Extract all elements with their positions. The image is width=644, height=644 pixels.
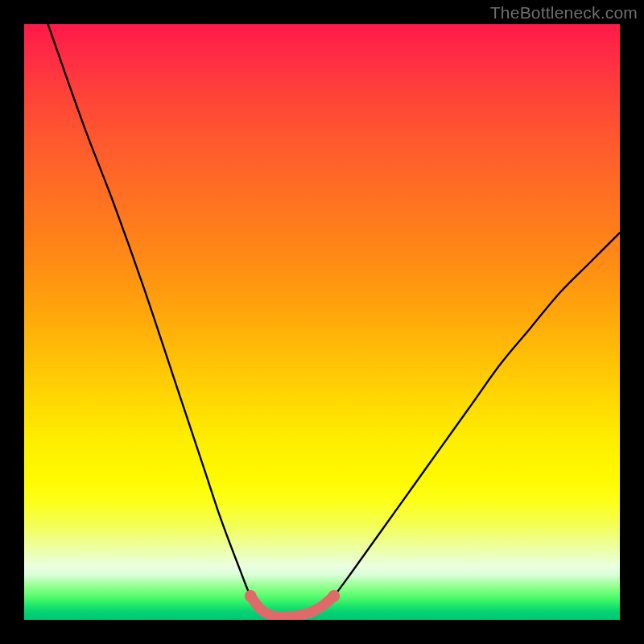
curve-svg [24,24,620,620]
bottom-markers-group [245,590,341,617]
watermark-text: TheBottleneck.com [490,3,638,23]
plot-area [24,24,620,620]
chart-frame: TheBottleneck.com [0,0,644,644]
valley-dot-right [328,590,340,602]
valley-dot-left [245,590,257,602]
bottleneck-curve [48,24,620,617]
valley-cap [250,596,334,617]
